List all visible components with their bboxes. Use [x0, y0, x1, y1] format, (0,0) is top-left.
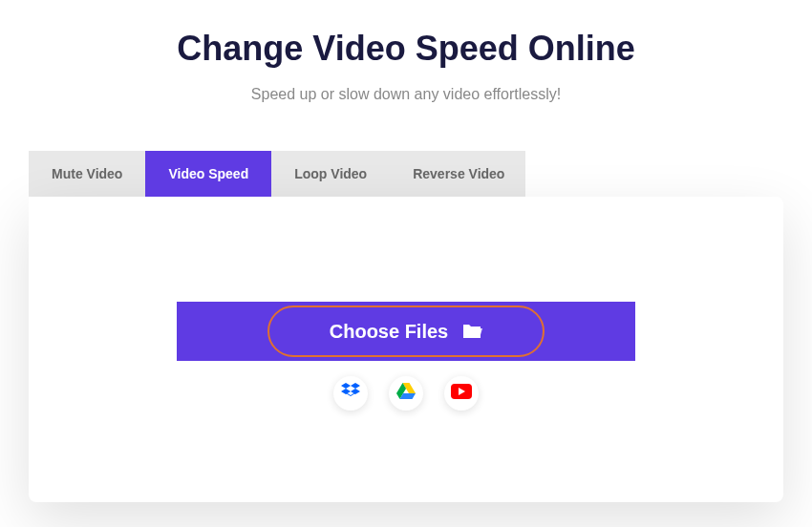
- tabs-bar: Mute Video Video Speed Loop Video Revers…: [29, 151, 525, 197]
- tab-reverse-video[interactable]: Reverse Video: [390, 151, 527, 197]
- youtube-icon: [451, 384, 472, 403]
- source-icons-row: [333, 376, 479, 411]
- google-drive-source-button[interactable]: [389, 376, 423, 411]
- dropbox-icon: [341, 383, 360, 404]
- tab-video-speed[interactable]: Video Speed: [145, 151, 271, 197]
- folder-icon: [461, 323, 482, 340]
- tab-mute-video[interactable]: Mute Video: [29, 151, 145, 197]
- page-title: Change Video Speed Online: [29, 29, 783, 69]
- page-subtitle: Speed up or slow down any video effortle…: [29, 86, 783, 103]
- google-drive-icon: [396, 383, 416, 404]
- upload-panel: Choose Files: [29, 197, 783, 502]
- dropbox-source-button[interactable]: [333, 376, 368, 411]
- tab-loop-video[interactable]: Loop Video: [271, 151, 390, 197]
- choose-files-button[interactable]: Choose Files: [177, 302, 635, 361]
- youtube-source-button[interactable]: [444, 376, 479, 411]
- choose-files-label: Choose Files: [330, 321, 482, 343]
- choose-files-text: Choose Files: [330, 321, 448, 343]
